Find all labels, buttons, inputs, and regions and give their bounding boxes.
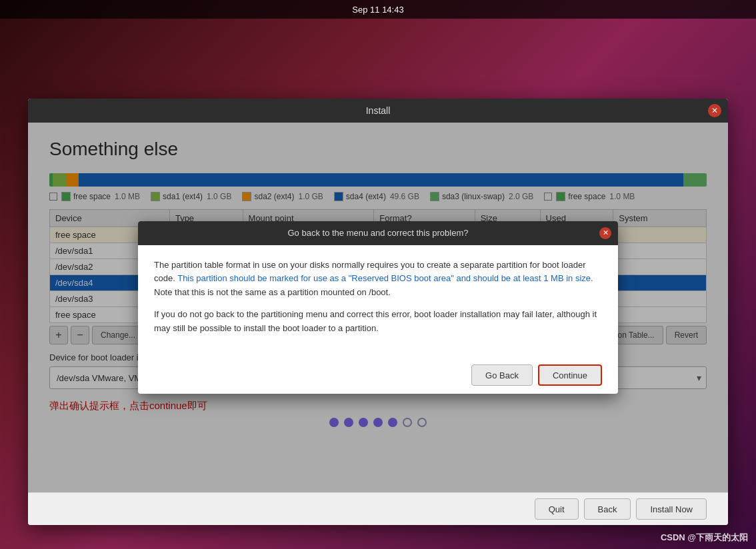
window-title: Install (366, 105, 391, 116)
window-titlebar: Install ✕ (28, 99, 728, 123)
dialog-body: The partition table format in use on you… (138, 245, 618, 357)
taskbar: Sep 11 14:43 (0, 0, 756, 19)
install-now-button[interactable]: Install Now (636, 498, 707, 520)
install-window: Install ✕ Something else free space 1 (28, 99, 728, 525)
watermark: CSDN @下雨天的太阳 (661, 532, 748, 544)
dialog-overlay: Go back to the menu and correct this pro… (28, 123, 728, 492)
window-close-button[interactable]: ✕ (708, 104, 721, 117)
action-bar: Quit Back Install Now (28, 492, 728, 525)
dialog-body-p1: The partition table format in use on you… (154, 259, 602, 300)
quit-button[interactable]: Quit (535, 498, 579, 520)
continue-button[interactable]: Continue (538, 364, 602, 386)
dialog-title: Go back to the menu and correct this pro… (288, 228, 469, 238)
window-content: Something else free space 1.0 MB (28, 123, 728, 492)
dialog: Go back to the menu and correct this pro… (138, 221, 618, 394)
dialog-body-link: This partition should be marked for use … (177, 273, 593, 283)
dialog-titlebar: Go back to the menu and correct this pro… (138, 221, 618, 245)
datetime: Sep 11 14:43 (352, 5, 403, 15)
dialog-body-p2: If you do not go back to the partitionin… (154, 308, 602, 336)
back-button[interactable]: Back (584, 498, 631, 520)
dialog-close-button[interactable]: ✕ (599, 227, 611, 239)
go-back-button[interactable]: Go Back (471, 364, 533, 386)
dialog-actions: Go Back Continue (138, 356, 618, 394)
